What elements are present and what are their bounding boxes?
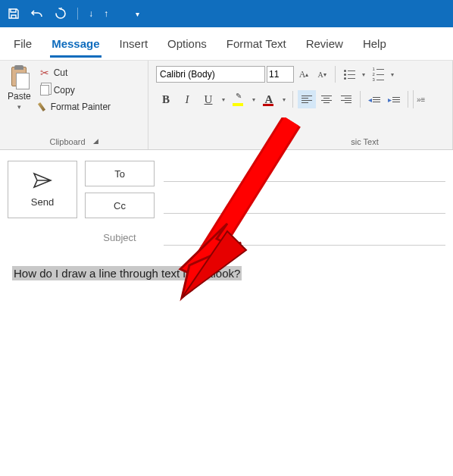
clipboard-group-label: Clipboard <box>49 136 85 146</box>
quick-access-toolbar: ↓ ↑ ▾ <box>0 0 453 27</box>
tab-review[interactable]: Review <box>305 30 345 58</box>
underline-dropdown[interactable]: ▾ <box>220 96 227 103</box>
tab-file[interactable]: File <box>12 30 33 58</box>
font-color-button[interactable]: A <box>259 89 279 109</box>
customize-qat-icon[interactable]: ▾ <box>136 10 139 18</box>
basic-text-group-label: sic Text <box>351 136 378 146</box>
subject-field[interactable] <box>164 229 445 246</box>
copy-button[interactable]: Copy <box>37 83 114 97</box>
separator <box>335 66 336 83</box>
clipboard-dialog-launcher-icon[interactable]: ◢ <box>93 137 98 145</box>
to-button[interactable]: To <box>85 161 155 186</box>
underline-button[interactable]: U <box>198 89 218 109</box>
font-size-select[interactable] <box>267 66 294 83</box>
align-right-icon <box>341 96 351 103</box>
highlight-dropdown[interactable]: ▾ <box>250 96 258 103</box>
align-left-button[interactable] <box>298 90 316 108</box>
shrink-font-button[interactable]: A▾ <box>314 66 330 83</box>
font-name-select[interactable] <box>156 66 265 83</box>
paste-button[interactable]: Paste ▾ <box>8 65 31 114</box>
copy-label: Copy <box>54 85 75 96</box>
bullets-button[interactable] <box>340 65 358 83</box>
italic-button[interactable]: I <box>177 89 197 109</box>
subject-label: Subject <box>85 232 155 243</box>
ribbon-tabs: File Message Insert Options Format Text … <box>0 27 453 61</box>
align-right-button[interactable] <box>337 90 355 108</box>
compose-area: Send To Cc Subject How do I draw a line … <box>0 150 453 280</box>
up-icon[interactable]: ↑ <box>104 8 108 19</box>
paste-label: Paste <box>8 91 31 102</box>
group-clipboard: Paste ▾ ✂ Cut Copy Format Painter Clipb <box>0 61 148 149</box>
paste-icon <box>8 65 30 89</box>
decrease-indent-button[interactable]: ◂ <box>365 90 383 108</box>
numbering-icon: 1 2 3 <box>373 67 384 82</box>
tab-options[interactable]: Options <box>166 30 208 58</box>
send-icon <box>33 172 52 193</box>
copy-icon <box>40 85 49 96</box>
ribbon: Paste ▾ ✂ Cut Copy Format Painter Clipb <box>0 61 453 150</box>
increase-indent-icon: ▸ <box>388 96 400 104</box>
separator <box>360 91 361 108</box>
selected-text[interactable]: How do I draw a line through text in Out… <box>12 266 242 280</box>
increase-indent-button[interactable]: ▸ <box>385 90 403 108</box>
redo-icon[interactable] <box>55 8 67 20</box>
decrease-indent-icon: ◂ <box>368 96 380 104</box>
tab-format-text[interactable]: Format Text <box>225 30 288 58</box>
to-field[interactable] <box>164 165 445 182</box>
tab-help[interactable]: Help <box>361 30 388 58</box>
tab-message[interactable]: Message <box>50 30 101 58</box>
separator <box>77 8 78 20</box>
separator <box>408 91 408 108</box>
message-body[interactable]: How do I draw a line through text in Out… <box>8 250 445 280</box>
scissors-icon: ✂ <box>40 67 49 79</box>
grow-font-button[interactable]: A▴ <box>295 66 312 83</box>
more-formatting-button[interactable]: »≡ <box>413 90 428 108</box>
align-left-icon <box>301 96 312 103</box>
bold-button[interactable]: B <box>156 89 176 109</box>
cut-button[interactable]: ✂ Cut <box>37 65 114 80</box>
font-color-dropdown[interactable]: ▾ <box>280 96 288 103</box>
send-button[interactable]: Send <box>8 161 77 218</box>
bullets-dropdown[interactable]: ▾ <box>360 71 367 78</box>
separator <box>292 91 293 108</box>
down-icon[interactable]: ↓ <box>89 8 93 19</box>
send-label: Send <box>31 196 54 208</box>
numbering-button[interactable]: 1 2 3 <box>369 65 387 83</box>
brush-icon <box>38 102 45 111</box>
cc-field[interactable] <box>164 197 445 214</box>
tab-insert[interactable]: Insert <box>118 30 150 58</box>
cut-label: Cut <box>54 67 68 78</box>
align-center-icon <box>321 96 332 103</box>
highlight-button[interactable]: ✎ <box>229 89 248 109</box>
format-painter-label: Format Painter <box>51 102 111 112</box>
numbering-dropdown[interactable]: ▾ <box>389 71 396 78</box>
bullets-icon <box>344 70 355 80</box>
undo-icon[interactable] <box>30 8 44 20</box>
cc-button[interactable]: Cc <box>85 193 155 218</box>
save-icon[interactable] <box>8 8 20 20</box>
align-center-button[interactable] <box>317 90 336 108</box>
format-painter-button[interactable]: Format Painter <box>37 100 114 114</box>
group-basic-text: A▴ A▾ ▾ 1 2 3 <box>148 61 453 149</box>
